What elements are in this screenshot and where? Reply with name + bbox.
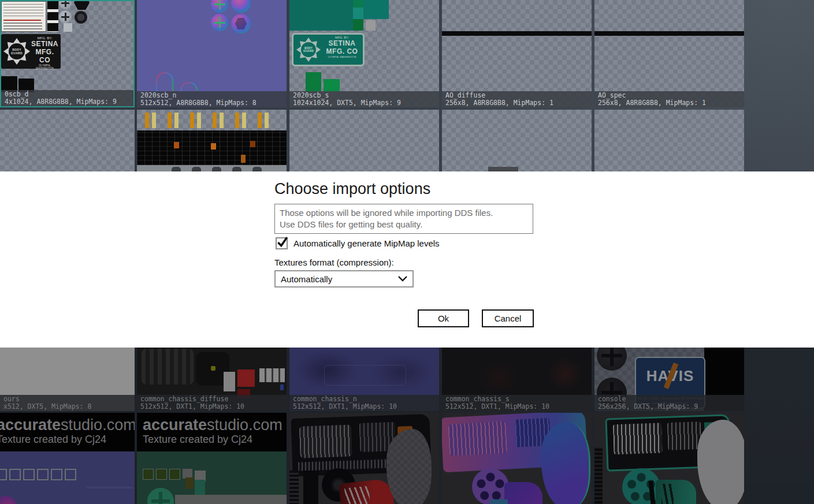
texture-label: 2020scb_n 512x512, A8R8G8B8, MipMaps: 8 (137, 91, 287, 107)
texture-thumbnail (137, 110, 287, 171)
outlined-squares-row (0, 469, 76, 480)
green-square (353, 19, 363, 31)
teal-square (353, 8, 363, 19)
gray-square (366, 20, 376, 31)
texture-label: 2020scb_s 1024x1024, DXT5, MipMaps: 9 (289, 91, 439, 107)
texture-label: AO_spec 256x8, A8R8G8B8, MipMaps: 1 (594, 91, 744, 107)
wheel-normal (472, 468, 509, 504)
setina-plate-teal: BODYGUARD MFG. BY: SETINA MFG. CO OLYMPI… (292, 33, 365, 66)
ok-button[interactable]: Ok (418, 309, 469, 327)
texture-tile-headlight-n[interactable] (442, 413, 592, 504)
normal-sphere (231, 14, 251, 33)
orange-bars-row (145, 113, 279, 128)
texture-label: console 256x256, DXT5, MipMaps: 9 (594, 395, 744, 411)
gray-bar (175, 495, 287, 504)
normal-arch-shapes (151, 68, 214, 91)
texture-label: common_chassis_n 512x512, DXT1, MipMaps:… (289, 395, 439, 411)
ao-strip (594, 31, 744, 36)
warning-label-sticker (1, 1, 46, 32)
green-square (324, 79, 340, 91)
dialog-title: Choose import options (274, 180, 430, 198)
chevron-down-icon (398, 276, 407, 282)
check-icon (276, 236, 289, 248)
format-dropdown-value: Automatically (281, 274, 332, 284)
engine-ribs (142, 349, 194, 384)
texture-tile-studio-s[interactable]: accuratestudio.com Texture created by Cj… (137, 413, 287, 504)
texture-tile-row2-2[interactable] (137, 110, 287, 171)
texture-thumbnail (594, 413, 744, 504)
cancel-button[interactable]: Cancel (482, 309, 534, 327)
texture-tile-row2-5[interactable] (594, 110, 744, 171)
texture-tile-row2-4[interactable] (442, 110, 592, 171)
dds-note-line1: Those options will be ignored while impo… (280, 207, 528, 219)
texture-thumbnail (289, 413, 439, 504)
screw-icon (59, 10, 72, 23)
texture-tile-studio-n[interactable]: accuratestudio.com Texture created by Cj… (0, 413, 135, 504)
texture-label: 0scb_d 4x1024, A8R8G8B8, MipMaps: 9 (1, 90, 133, 106)
normal-sphere (0, 496, 17, 504)
red-warning-line (3, 20, 41, 21)
teal-block (363, 0, 389, 19)
hex-nut-icon (74, 1, 90, 10)
bodyguard-star-badge: BODYGUARD (3, 38, 30, 65)
teal-block (289, 0, 353, 31)
texture-label: ours x512, DXT5, MipMaps: 8 (0, 395, 135, 411)
green-square (353, 0, 363, 8)
ao-strip (442, 31, 592, 36)
teal-circle (147, 488, 174, 504)
texture-tile-AO_diffuse[interactable]: AO_diffuse 256x8, A8R8G8B8, MipMaps: 1 (442, 0, 592, 107)
format-label: Textures format (compression): (274, 257, 394, 267)
light-block (224, 372, 235, 391)
bolt-icon (75, 11, 87, 24)
texture-tile-2020scb_n[interactable]: 2020scb_n 512x512, A8R8G8B8, MipMaps: 8 (137, 0, 287, 107)
texture-tile-row2-3[interactable] (289, 110, 439, 171)
mipmap-checkbox-row: Automatically generate MipMap levels (276, 237, 440, 249)
white-blocks (259, 368, 285, 382)
texture-thumbnail (442, 413, 592, 504)
fender-silhouette (386, 429, 432, 504)
bodyguard-star-badge: BODYGUARD (296, 38, 321, 62)
screw-icon (59, 1, 72, 9)
gray-square (64, 23, 72, 32)
texture-label: common_chassis_s 512x512, DXT1, MipMaps:… (442, 395, 592, 411)
normal-sphere (211, 0, 228, 13)
light-wedge-normal (504, 482, 542, 504)
format-dropdown[interactable]: Automatically (274, 270, 414, 288)
dds-note-line2: Use DDS files for getting best quality. (280, 219, 528, 230)
bw-strip (47, 1, 58, 32)
light-wedge-spec (656, 480, 696, 504)
texture-label: AO_diffuse 256x8, A8R8G8B8, MipMaps: 1 (442, 91, 592, 107)
mipmap-checkbox[interactable] (276, 237, 288, 249)
fender-silhouette-normal (541, 422, 590, 504)
texture-tile-row2-1[interactable] (0, 110, 135, 171)
texture-tile-headlight-s[interactable] (594, 413, 744, 504)
texture-label: common_chassis_diffuse 512x512, DXT1, Mi… (137, 395, 287, 411)
import-options-dialog: Choose import options Those options will… (0, 171, 814, 348)
normal-sphere (231, 0, 251, 13)
fender-silhouette-spec (697, 420, 744, 504)
mipmap-checkbox-label[interactable]: Automatically generate MipMap levels (293, 238, 440, 248)
dds-note-box: Those options will be ignored while impo… (274, 204, 533, 234)
circuit-panel (137, 130, 287, 165)
texture-browser-window: BODYGUARD MFG. BY: SETINA MFG. CO OLYMPI… (0, 0, 814, 504)
accuratestudio-banner: accuratestudio.com Texture created by Cj… (0, 413, 135, 451)
texture-tile-AO_spec[interactable]: AO_spec 256x8, A8R8G8B8, MipMaps: 1 (594, 0, 744, 107)
normal-sphere (211, 14, 228, 31)
texture-tile-0scb_d[interactable]: BODYGUARD MFG. BY: SETINA MFG. CO OLYMPI… (0, 0, 135, 107)
green-square (306, 72, 321, 91)
red-block (237, 369, 255, 387)
texture-tile-2020scb_s[interactable]: BODYGUARD MFG. BY: SETINA MFG. CO OLYMPI… (289, 0, 439, 107)
texture-tile-headlight-diffuse[interactable] (289, 413, 439, 504)
accuratestudio-banner: accuratestudio.com Texture created by Cj… (137, 413, 287, 451)
setina-plate-black: BODYGUARD MFG. BY: SETINA MFG. CO OLYMPI… (1, 34, 61, 69)
gray-rect (488, 167, 518, 171)
